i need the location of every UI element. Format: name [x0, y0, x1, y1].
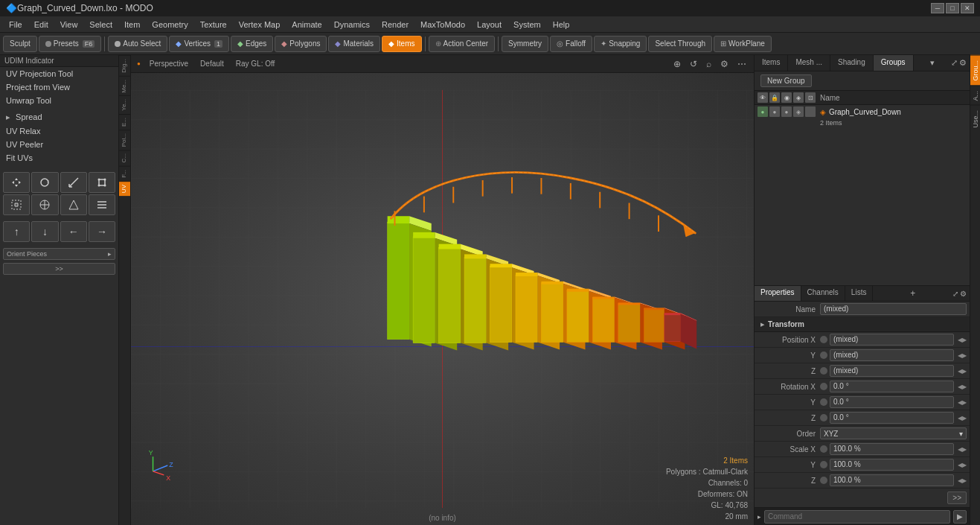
props-gear-icon[interactable]: ⚙: [960, 290, 967, 298]
scale-x-input[interactable]: 100.0 %: [830, 443, 954, 455]
properties-more-button[interactable]: >>: [947, 491, 967, 504]
tab-mesh[interactable]: Mesh ...: [788, 55, 830, 71]
rotation-z-arrow[interactable]: ◀▶: [958, 415, 967, 421]
tool-transform[interactable]: [89, 172, 115, 193]
fit-uvs-item[interactable]: Fit UVs: [0, 151, 118, 165]
rotation-z-input[interactable]: 0.0 °: [830, 412, 954, 424]
menu-layout[interactable]: Layout: [471, 19, 507, 31]
menu-render[interactable]: Render: [376, 19, 414, 31]
rs-tab-use[interactable]: Use...: [970, 105, 980, 133]
minimize-button[interactable]: ─: [931, 3, 944, 13]
uv-relax-item[interactable]: UV Relax: [0, 124, 118, 138]
group-icon-1[interactable]: ●: [781, 106, 792, 117]
scale-z-dot[interactable]: [820, 477, 827, 484]
orient-button[interactable]: Orient Pieces ▸: [3, 248, 115, 260]
position-x-arrow[interactable]: ◀▶: [958, 337, 967, 343]
rotation-y-dot[interactable]: [820, 398, 827, 406]
viewport-mode[interactable]: Perspective: [147, 59, 191, 69]
viewport-canvas[interactable]: Z Y X 2 Items Polygons : Catmull-Clark C…: [131, 73, 754, 525]
menu-edit[interactable]: Edit: [28, 19, 54, 31]
viewport-icon-5[interactable]: ⋯: [737, 59, 746, 69]
tab-shading[interactable]: Shading: [830, 55, 874, 71]
menu-select[interactable]: Select: [83, 19, 118, 31]
spread-item[interactable]: ▸ Spread: [0, 110, 118, 124]
name-input[interactable]: (mixed): [820, 303, 967, 315]
viewport[interactable]: ● Perspective Default Ray GL: Off ⊕ ↺ ⌕ …: [131, 55, 754, 525]
group-lock-icon[interactable]: ●: [769, 106, 780, 117]
rotation-x-input[interactable]: 0.0 °: [830, 381, 954, 392]
more-button[interactable]: >>: [3, 263, 115, 275]
edges-button[interactable]: ◆ Edges: [231, 36, 273, 52]
tab-items[interactable]: Items: [755, 55, 788, 71]
uv-peeler-item[interactable]: UV Peeler: [0, 138, 118, 151]
group-icon-2[interactable]: ◈: [793, 106, 804, 117]
scale-x-arrow[interactable]: ◀▶: [958, 446, 967, 453]
props-tab-lists[interactable]: Lists: [845, 286, 874, 301]
tab-expand-icon[interactable]: ▾: [926, 55, 939, 71]
position-z-input[interactable]: (mixed): [830, 365, 954, 377]
props-expand-icon[interactable]: ⤢: [952, 290, 958, 298]
tool-move[interactable]: [3, 172, 30, 193]
polygons-button[interactable]: ◆ Polygons: [275, 36, 327, 52]
arrow-left[interactable]: ←: [60, 221, 87, 242]
close-button[interactable]: ✕: [961, 3, 974, 13]
tool-uv3[interactable]: [60, 194, 87, 215]
panel-gear-icon[interactable]: ⚙: [959, 58, 967, 68]
maximize-button[interactable]: □: [946, 3, 959, 13]
panel-expand-icon[interactable]: ⤢: [951, 58, 958, 68]
scale-y-dot[interactable]: [820, 461, 827, 468]
position-z-dot[interactable]: [820, 367, 827, 375]
tool-rotate[interactable]: [31, 172, 58, 193]
tab-groups[interactable]: Groups: [874, 55, 914, 71]
scale-y-input[interactable]: 100.0 %: [830, 459, 954, 471]
workplane-button[interactable]: ⊞ WorkPlane: [714, 36, 772, 52]
menu-texture[interactable]: Texture: [194, 19, 233, 31]
viewport-shading[interactable]: Default: [197, 59, 227, 69]
left-tab-5[interactable]: C...: [119, 150, 130, 165]
menu-maxtomodo[interactable]: MaxToModo: [414, 19, 471, 31]
sculpt-button[interactable]: Sculpt: [3, 36, 37, 52]
viewport-icon-1[interactable]: ⊕: [673, 59, 681, 69]
rotation-y-input[interactable]: 0.0 °: [830, 396, 954, 408]
snapping-button[interactable]: ✦ Snapping: [594, 36, 647, 52]
position-y-input[interactable]: (mixed): [830, 349, 954, 361]
presets-button[interactable]: Presets F6: [39, 36, 101, 52]
left-tab-2[interactable]: Ye...: [119, 95, 130, 114]
auto-select-button[interactable]: Auto Select: [108, 36, 167, 52]
vertices-button[interactable]: ◆ Vertices 1: [169, 36, 229, 52]
items-button[interactable]: ◆ Items: [382, 36, 421, 52]
rs-tab-groups[interactable]: Grou...: [970, 55, 980, 86]
left-tab-0[interactable]: Dig...: [119, 55, 130, 76]
tool-uv2[interactable]: [31, 194, 58, 215]
menu-vertex-map[interactable]: Vertex Map: [233, 19, 286, 31]
menu-view[interactable]: View: [54, 19, 84, 31]
viewport-icon-3[interactable]: ⌕: [706, 59, 711, 69]
viewport-icon-4[interactable]: ⚙: [720, 59, 728, 69]
command-input[interactable]: [764, 510, 950, 524]
transform-header[interactable]: ▸ Transform: [755, 317, 970, 332]
symmetry-button[interactable]: Symmetry: [502, 36, 548, 52]
project-from-view[interactable]: Project from View: [0, 80, 118, 94]
menu-system[interactable]: System: [507, 19, 547, 31]
new-group-button[interactable]: New Group: [760, 74, 812, 87]
menu-dynamics[interactable]: Dynamics: [328, 19, 376, 31]
left-tab-4[interactable]: Pol...: [119, 130, 130, 150]
tool-uv1[interactable]: [3, 194, 30, 215]
menu-geometry[interactable]: Geometry: [146, 19, 193, 31]
menu-item[interactable]: Item: [118, 19, 146, 31]
select-through-button[interactable]: Select Through: [648, 36, 712, 52]
arrow-up[interactable]: ↑: [3, 221, 30, 242]
command-run-button[interactable]: ▶: [953, 510, 967, 524]
rotation-y-arrow[interactable]: ◀▶: [958, 399, 967, 406]
left-tab-6[interactable]: F...: [119, 166, 130, 181]
group-icon-3[interactable]: [805, 106, 816, 117]
falloff-button[interactable]: ◎ Falloff: [550, 36, 592, 52]
arrow-right[interactable]: →: [89, 221, 115, 242]
group-eye-icon[interactable]: ●: [758, 106, 768, 117]
menu-help[interactable]: Help: [547, 19, 576, 31]
udim-indicator-title[interactable]: UDIM Indicator: [0, 55, 118, 67]
scale-z-input[interactable]: 100.0 %: [830, 474, 954, 486]
position-x-input[interactable]: (mixed): [830, 334, 954, 346]
tool-scale[interactable]: [60, 172, 87, 193]
order-dropdown[interactable]: XYZ ▾: [820, 427, 967, 439]
